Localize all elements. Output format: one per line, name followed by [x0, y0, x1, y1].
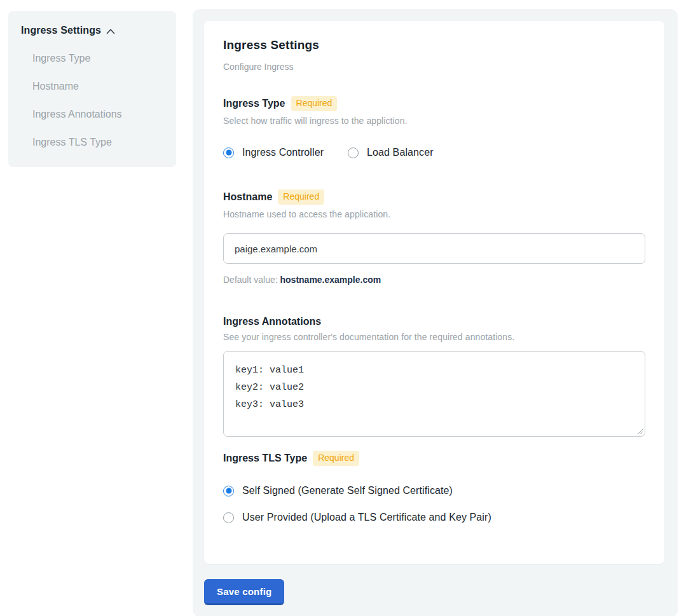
sidebar-item-ingress-tls-type[interactable]: Ingress TLS Type	[21, 136, 163, 148]
annotations-description: See your ingress controller's documentat…	[223, 332, 645, 342]
radio-option-load-balancer[interactable]: Load Balancer	[348, 147, 434, 158]
hostname-input[interactable]	[223, 233, 645, 264]
ingress-type-radio-group: Ingress Controller Load Balancer	[223, 147, 645, 158]
section-ingress-type: Ingress Type Required Select how traffic…	[223, 96, 645, 158]
tls-type-radio-group: Self Signed (Generate Self Signed Certif…	[223, 485, 645, 523]
page-layout: Ingress Settings Ingress Type Hostname I…	[0, 0, 693, 616]
settings-main-panel: Ingress Settings Configure Ingress Ingre…	[193, 9, 678, 616]
sidebar-section-toggle[interactable]: Ingress Settings	[21, 25, 163, 36]
section-ingress-tls-type: Ingress TLS Type Required Self Signed (G…	[223, 451, 645, 523]
chevron-up-icon[interactable]	[106, 29, 115, 34]
hostname-description: Hostname used to access the application.	[223, 209, 645, 219]
radio-label: Self Signed (Generate Self Signed Certif…	[242, 485, 453, 496]
sidebar-item-list: Ingress Type Hostname Ingress Annotation…	[21, 52, 163, 148]
ingress-type-description: Select how traffic will ingress to the a…	[223, 116, 645, 126]
sidebar-item-hostname[interactable]: Hostname	[21, 80, 163, 92]
section-ingress-annotations: Ingress Annotations See your ingress con…	[223, 316, 645, 437]
radio-label: User Provided (Upload a TLS Certificate …	[242, 512, 491, 523]
radio-unselected-icon[interactable]	[223, 512, 234, 523]
radio-label: Ingress Controller	[242, 147, 324, 158]
radio-selected-icon[interactable]	[223, 486, 234, 496]
radio-option-self-signed[interactable]: Self Signed (Generate Self Signed Certif…	[223, 485, 645, 496]
sidebar-item-ingress-annotations[interactable]: Ingress Annotations	[21, 108, 163, 120]
tls-type-label: Ingress TLS Type	[223, 453, 307, 464]
save-config-button[interactable]: Save config	[204, 579, 284, 605]
section-hostname: Hostname Required Hostname used to acces…	[223, 189, 645, 285]
sidebar-section-title: Ingress Settings	[21, 25, 101, 36]
settings-sidebar: Ingress Settings Ingress Type Hostname I…	[8, 11, 176, 167]
default-value-label: Default value:	[223, 275, 280, 285]
radio-label: Load Balancer	[367, 147, 434, 158]
ingress-settings-card: Ingress Settings Configure Ingress Ingre…	[204, 21, 664, 564]
annotations-label: Ingress Annotations	[223, 316, 321, 327]
required-badge: Required	[313, 451, 359, 466]
required-badge: Required	[291, 96, 338, 111]
radio-unselected-icon[interactable]	[348, 147, 359, 158]
resize-handle-icon[interactable]	[637, 428, 643, 435]
hostname-default-value-line: Default value: hostname.example.com	[223, 275, 645, 285]
page-subtitle: Configure Ingress	[223, 62, 645, 72]
radio-selected-icon[interactable]	[223, 147, 234, 158]
sidebar-item-ingress-type[interactable]: Ingress Type	[21, 52, 163, 64]
ingress-type-label: Ingress Type	[223, 98, 285, 109]
annotations-textarea-wrap: key1: value1 key2: value2 key3: value3	[223, 351, 645, 437]
radio-option-ingress-controller[interactable]: Ingress Controller	[223, 147, 324, 158]
hostname-label: Hostname	[223, 191, 272, 203]
default-value-text: hostname.example.com	[280, 275, 381, 285]
annotations-textarea[interactable]: key1: value1 key2: value2 key3: value3	[223, 351, 645, 437]
required-badge: Required	[278, 189, 324, 205]
radio-option-user-provided[interactable]: User Provided (Upload a TLS Certificate …	[223, 512, 645, 523]
page-title: Ingress Settings	[223, 38, 645, 52]
